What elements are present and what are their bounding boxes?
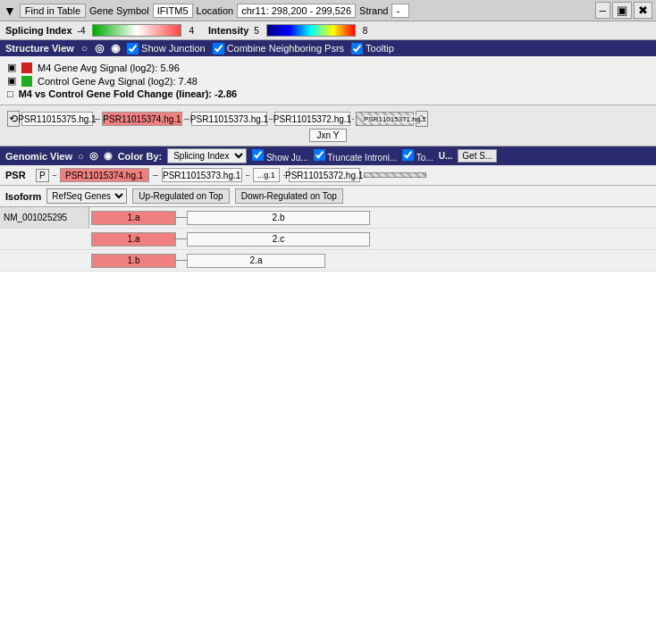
splicing-index-label: Splicing Index [5, 25, 72, 36]
genomic-tooltip-checkbox[interactable] [402, 149, 414, 161]
psr-prefix-box[interactable]: P [36, 169, 49, 182]
show-junction-checkbox[interactable] [127, 43, 139, 54]
exon-2a-track3[interactable]: 2.a [187, 254, 325, 268]
genomic-truncate-label[interactable]: Truncate Introni... [314, 149, 398, 163]
isoform-name-1: NM_001025295 [0, 207, 89, 228]
structure-content: ▣ M4 Gene Avg Signal (log2): 5.96 ▣ Cont… [0, 56, 656, 105]
junction-label[interactable]: Jxn Y [309, 129, 348, 142]
genomic-view-title: Genomic View [5, 151, 72, 162]
window-controls: – ▣ ✖ [595, 2, 652, 19]
psr4-box[interactable]: PSR11015372.hg.1 [274, 112, 350, 126]
fold-checkbox-icon[interactable]: □ [7, 88, 13, 99]
genomic-show-junction-label[interactable]: Show Ju... [252, 149, 307, 163]
unknown-label: U... [439, 151, 453, 161]
minimize-button[interactable]: – [595, 2, 610, 19]
genomic-small-box[interactable]: ...g.1 [253, 168, 280, 182]
zoom-out-icon[interactable]: ○ [81, 42, 88, 54]
m4-signal-text: M4 Gene Avg Signal (log2): 5.96 [38, 63, 180, 73]
show-junction-label[interactable]: Show Junction [127, 43, 206, 54]
get-signal-button[interactable]: Get S... [458, 149, 497, 163]
junction-row: Jxn Y [0, 129, 656, 142]
fold-change-row: □ M4 vs Control Gene Fold Change (linear… [7, 88, 649, 99]
control-checkbox-icon[interactable]: ▣ [7, 75, 16, 87]
find-in-table-button[interactable]: Find in Table [20, 4, 86, 18]
splicing-index-bar [92, 24, 181, 37]
g-connector0 [53, 175, 56, 176]
dropdown-icon[interactable]: ▼ [4, 4, 16, 18]
gene-symbol-label: Gene Symbol [89, 5, 149, 16]
genomic-psr2-box[interactable]: PSR11015374.hg.1 [60, 168, 149, 182]
gene-symbol-value: IFITM5 [153, 4, 193, 18]
connector4 [352, 119, 354, 120]
empty-area [0, 272, 656, 557]
exon-1a-track1[interactable]: 1.a [91, 211, 176, 225]
main-toolbar: ▼ Find in Table Gene Symbol IFITM5 Locat… [0, 0, 656, 21]
genomic-tooltip-label[interactable]: To... [402, 149, 433, 163]
fold-change-text: M4 vs Control Gene Fold Change (linear):… [19, 88, 237, 99]
location-value: chr11: 298,200 - 299,526 [237, 4, 356, 18]
fit-icon[interactable]: ◉ [111, 42, 120, 54]
down-regulated-button[interactable]: Down-Regulated on Top [235, 188, 343, 204]
exon-1b-track3[interactable]: 1.b [91, 254, 176, 268]
psr3-box[interactable]: PSR11015373.hg.1 [191, 112, 267, 126]
strand-label: Strand [359, 5, 388, 16]
si-pos-value: 4 [189, 26, 194, 36]
control-color-square [21, 76, 32, 87]
genomic-psr3-box[interactable]: PSR11015373.hg.1 [162, 168, 242, 182]
exon-2c-track2[interactable]: 2.c [187, 232, 370, 247]
genomic-fit-icon[interactable]: ◉ [104, 150, 113, 162]
tooltip-label[interactable]: Tooltip [351, 43, 394, 54]
genomic-zoom-out-icon[interactable]: ○ [78, 151, 84, 162]
isoform-bars-2: 1.a 2.c [89, 230, 656, 249]
intron-1 [176, 217, 187, 218]
control-signal-row: ▣ Control Gene Avg Signal (log2): 7.48 [7, 75, 649, 87]
location-label: Location [197, 5, 234, 16]
intron-3 [176, 260, 187, 261]
strand-value: - [391, 4, 409, 18]
isoform-bars-3: 1.b 2.a [89, 251, 656, 271]
isoform-bars-1: 1.a 2.b [89, 208, 656, 228]
psr-structure-track: ⟲ PSR11015375.hg.1 PSR11015374.hg.1 PSR1… [0, 105, 656, 146]
isoform-select[interactable]: RefSeq Genes [46, 188, 127, 204]
m4-checkbox-icon[interactable]: ▣ [7, 62, 16, 73]
intron-2 [176, 238, 187, 239]
isoform-header: Isoform RefSeq Genes Up-Regulated on Top… [0, 186, 656, 207]
genomic-view-header: Genomic View ○ ◎ ◉ Color By: Splicing In… [0, 146, 656, 165]
psr-track-inner: ⟲ PSR11015375.hg.1 PSR11015374.hg.1 PSR1… [7, 111, 649, 127]
si-neg-value: -4 [78, 26, 86, 36]
genomic-hatched [364, 172, 426, 178]
connector3 [269, 119, 273, 120]
combine-neighboring-checkbox[interactable] [213, 43, 224, 54]
genomic-psr4-box[interactable]: PSR11015372.hg.1 [289, 168, 360, 182]
g-connector2 [246, 175, 249, 176]
isoform-track-2: 1.a 2.c [0, 229, 656, 250]
psr1-box[interactable]: PSR11015375.hg.1 [21, 112, 93, 126]
exon-2b-track1[interactable]: 2.b [187, 211, 370, 225]
structure-view-title: Structure View [5, 43, 74, 54]
g-connector1 [153, 175, 158, 176]
intensity-label: Intensity [208, 25, 248, 36]
exon-1a-track2[interactable]: 1.a [91, 232, 176, 247]
zoom-in-icon[interactable]: ◎ [95, 42, 104, 54]
genomic-show-junction-checkbox[interactable] [252, 149, 264, 161]
connector2 [184, 119, 189, 120]
tooltip-checkbox[interactable] [351, 43, 363, 54]
color-by-select[interactable]: Splicing Index [167, 148, 247, 163]
combine-neighboring-label[interactable]: Combine Neighboring Psrs [213, 43, 344, 54]
restore-button[interactable]: ▣ [612, 2, 632, 19]
psr-genomic-label: PSR [5, 170, 32, 180]
psr5-box[interactable]: PSR11015371.hg.1 [356, 112, 414, 126]
index-row: Splicing Index -4 4 Intensity 5 8 [0, 21, 656, 40]
isoform-track-3: 1.b 2.a [0, 250, 656, 272]
isoform-tracks: NM_001025295 1.a 2.b 1.a 2.c [0, 207, 656, 272]
up-regulated-button[interactable]: Up-Regulated on Top [132, 188, 229, 204]
genomic-zoom-in-icon[interactable]: ◎ [89, 150, 98, 162]
m4-signal-row: ▣ M4 Gene Avg Signal (log2): 5.96 [7, 62, 649, 73]
genomic-truncate-checkbox[interactable] [314, 149, 325, 161]
close-button[interactable]: ✖ [634, 2, 652, 19]
color-by-label: Color By: [118, 151, 163, 162]
psr2-box[interactable]: PSR11015374.hg.1 [102, 112, 182, 126]
int-neg-value: 5 [254, 26, 259, 36]
psr-genomic-row: PSR P PSR11015374.hg.1 PSR11015373.hg.1 … [0, 165, 656, 186]
connector1 [95, 119, 100, 120]
